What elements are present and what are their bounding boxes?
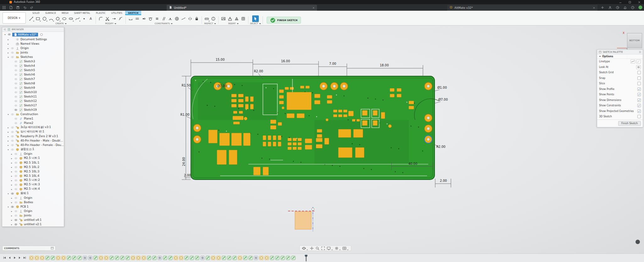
browser-item-construction[interactable]: ▾Construction (2, 112, 64, 116)
rectangle-tool-button[interactable] (35, 15, 41, 22)
close-tab-icon[interactable] (593, 7, 595, 9)
visibility-eye-icon[interactable] (14, 108, 18, 112)
visibility-eye-icon[interactable] (10, 126, 14, 129)
linetype-normal-icon[interactable] (630, 59, 635, 64)
visibility-eye-icon[interactable] (14, 223, 18, 226)
browser-item-m2-5-3[interactable]: ▸M2.5 너트:3 (2, 182, 64, 187)
timeline-sketch-feature-icon[interactable] (152, 255, 157, 260)
timeline-play-button[interactable] (13, 256, 16, 260)
timeline-component-feature-icon[interactable] (264, 255, 269, 260)
dimension-tool-button[interactable] (127, 15, 134, 22)
fix-tool-button[interactable] (193, 15, 200, 22)
browser-item-origin[interactable]: ▸Origin (2, 46, 64, 50)
timeline-step-forward-button[interactable] (18, 256, 21, 260)
visibility-eye-icon[interactable] (14, 82, 18, 85)
visibility-eye-icon[interactable] (10, 130, 14, 134)
browser-item-40-pin-header-female-dou[interactable]: ▸40-Pin Header - Female - Dou... (2, 143, 64, 147)
browser-item-plane2[interactable]: Plane2 (2, 121, 64, 125)
visibility-eye-icon[interactable] (14, 104, 18, 107)
visibility-eye-icon[interactable] (14, 214, 18, 217)
palette-options-section[interactable]: Options (597, 54, 643, 59)
timeline-sketch-feature-icon[interactable] (190, 255, 194, 260)
timeline-component-feature-icon[interactable] (61, 255, 66, 260)
dimension-label[interactable]: 16.00 (281, 59, 290, 63)
visibility-eye-icon[interactable] (10, 113, 14, 116)
ribbon-tab-solid[interactable]: SOLID (30, 11, 42, 15)
sketch-palette-header[interactable]: SKETCH PALETTE (597, 50, 643, 54)
nav-fit-button[interactable] (321, 246, 325, 250)
timeline-sketch-feature-icon[interactable] (109, 255, 114, 260)
timeline-joint-feature-icon[interactable] (88, 255, 92, 260)
status-bubble-icon[interactable] (636, 240, 640, 244)
dimension-label[interactable]: R2.00 (254, 70, 263, 73)
visibility-eye-icon[interactable] (14, 196, 18, 200)
browser-item-sketch8[interactable]: Sketch8 (2, 81, 64, 86)
timeline-skip-end-button[interactable] (23, 256, 26, 260)
timeline-sketch-feature-icon[interactable] (280, 255, 285, 260)
dimension-label[interactable]: 2.00 (184, 174, 191, 177)
trim-tool-button[interactable] (104, 15, 111, 22)
visibility-eye-icon[interactable] (14, 187, 18, 191)
dimension-label[interactable]: R1.00 (180, 113, 189, 116)
visibility-eye-icon[interactable] (10, 135, 14, 138)
expand-arrow-icon[interactable]: ▾ (7, 148, 9, 151)
browser-item-sketch9[interactable]: Sketch9 (2, 86, 64, 90)
browser-item-m2-5-10l-1[interactable]: ▸M2.5 10L:1 (2, 160, 64, 165)
maximize-button[interactable] (625, 0, 635, 4)
browser-item-document-settings[interactable]: ▸Document Settings (2, 37, 64, 42)
timeline-skip-start-button[interactable] (3, 256, 6, 260)
timeline-sketch-feature-icon[interactable] (195, 255, 199, 260)
expand-arrow-icon[interactable]: ▸ (10, 170, 13, 173)
browser-item-sketch6[interactable]: Sketch6 (2, 72, 64, 77)
dimension-label[interactable]: 40.00 (408, 162, 418, 165)
sketch-grid-checkbox[interactable] (637, 71, 641, 74)
group-label-select[interactable]: SELECT (250, 22, 261, 25)
horizontal-tool-button[interactable] (134, 15, 141, 22)
browser-item-sketch4[interactable]: Sketch4 (2, 64, 64, 68)
arc-tool-button[interactable] (48, 15, 54, 22)
timeline-component-feature-icon[interactable] (238, 255, 242, 260)
collapse-panel-icon[interactable] (3, 28, 6, 31)
timeline-sketch-feature-icon[interactable] (120, 255, 125, 260)
browser-item-m2-5-10l-3[interactable]: ▸M2.5 10L:3 (2, 169, 64, 174)
parallel-tool-button[interactable] (160, 15, 167, 22)
browser-item-origin[interactable]: ▸Origin (2, 209, 64, 213)
extend-tool-button[interactable] (111, 15, 117, 22)
component-color-swatch[interactable] (40, 33, 43, 36)
visibility-eye-icon[interactable] (10, 192, 14, 195)
timeline-sketch-feature-icon[interactable] (275, 255, 280, 260)
show-profile-checkbox[interactable]: ✓ (637, 87, 641, 91)
expand-arrow-icon[interactable]: ▸ (10, 215, 13, 217)
break-tool-button[interactable] (117, 15, 124, 22)
browser-item-plane1[interactable]: Plane1 (2, 116, 64, 121)
finish-sketch-button[interactable]: FINISH SKETCH (267, 17, 301, 24)
ribbon-tab-sketch[interactable]: SKETCH (125, 11, 141, 15)
nav-display-button[interactable] (327, 246, 333, 250)
browser-item-sketch3[interactable]: Sketch3 (2, 59, 64, 64)
visibility-eye-icon[interactable] (10, 143, 14, 147)
timeline-joint-feature-icon[interactable] (83, 255, 87, 260)
dimension-label[interactable]: 24.00 (182, 157, 186, 166)
visibility-eye-icon[interactable] (14, 174, 18, 178)
timeline-component-feature-icon[interactable] (174, 255, 178, 260)
browser-item-40-pin-header-male-double[interactable]: ▸40-Pin Header - Male - Double... (2, 138, 64, 143)
nav-pan-button[interactable] (310, 246, 314, 250)
bell-icon[interactable] (623, 6, 627, 9)
clock-icon[interactable] (616, 6, 619, 9)
expand-arrow-icon[interactable]: ▸ (7, 38, 9, 41)
visibility-eye-icon[interactable] (14, 170, 18, 173)
timeline-sketch-feature-icon[interactable] (72, 255, 76, 260)
timeline-sketch-feature-icon[interactable] (206, 255, 210, 260)
file-menu-icon[interactable] (9, 6, 13, 9)
dimension-label[interactable]: 2.00 (440, 179, 447, 182)
expand-arrow-icon[interactable]: ▸ (7, 131, 9, 133)
insert-dxf-tool-button[interactable] (227, 15, 233, 22)
browser-item-sketch19[interactable]: Sketch19 (2, 108, 64, 112)
timeline-joint-feature-icon[interactable] (254, 255, 258, 260)
expand-arrow-icon[interactable]: ▸ (7, 126, 9, 129)
ellipse-tool-button[interactable] (61, 15, 68, 22)
timeline-sketch-feature-icon[interactable] (115, 255, 119, 260)
timeline-component-feature-icon[interactable] (216, 255, 221, 260)
visibility-eye-icon[interactable] (14, 95, 18, 98)
nav-grid-button[interactable] (335, 246, 341, 250)
